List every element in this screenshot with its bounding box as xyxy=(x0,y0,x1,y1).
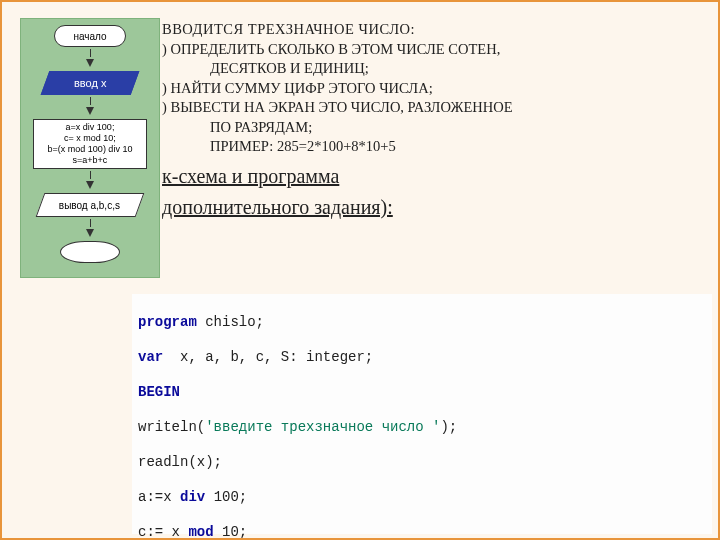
flowchart-output: вывод a,b,c,s xyxy=(36,193,145,217)
flowchart-end xyxy=(60,241,120,263)
code-text: a:=x xyxy=(138,489,180,505)
arrow-icon xyxy=(86,107,94,115)
task-line: ) ВЫВЕСТИ НА ЭКРАН ЭТО ЧИСЛО, РАЗЛОЖЕННО… xyxy=(162,98,702,118)
subtitle-1: к-схема и программа xyxy=(162,163,702,190)
flowchart-output-label: вывод a,b,c,s xyxy=(59,200,120,211)
task-line: ДЕСЯТКОВ И ЕДИНИЦ; xyxy=(162,59,702,79)
flowchart-panel: начало ввод x a=x div 100; c= x mod 10; … xyxy=(20,18,160,278)
code-text: x, a, b, c, S: integer; xyxy=(163,349,373,365)
kw-var: var xyxy=(138,349,163,365)
task-title: ВВОДИТСЯ ТРЕХЗНАЧНОЕ ЧИСЛО: xyxy=(162,20,702,40)
task-line: ПО РАЗРЯДАМ; xyxy=(162,118,702,138)
task-text: ВВОДИТСЯ ТРЕХЗНАЧНОЕ ЧИСЛО: ) ОПРЕДЕЛИТЬ… xyxy=(162,20,702,221)
code-string: 'введите трехзначное число ' xyxy=(205,419,440,435)
code-text: 10; xyxy=(214,524,248,540)
kw-begin: BEGIN xyxy=(138,384,180,400)
flowchart-connector xyxy=(90,171,91,179)
task-line: ) НАЙТИ СУММУ ЦИФР ЭТОГО ЧИСЛА; xyxy=(162,79,702,99)
flowchart-start: начало xyxy=(54,25,126,47)
code-text: c:= x xyxy=(138,524,188,540)
code-text: ); xyxy=(440,419,457,435)
code-text: 100; xyxy=(205,489,247,505)
task-example: ПРИМЕР: 285=2*100+8*10+5 xyxy=(162,137,702,157)
flowchart-connector xyxy=(90,49,91,57)
code-text: chislo; xyxy=(197,314,264,330)
flowchart-input-label: ввод x xyxy=(74,77,106,89)
flowchart-process: a=x div 100; c= x mod 10; b=(x mod 100) … xyxy=(33,119,147,169)
kw-div: div xyxy=(180,489,205,505)
kw-mod: mod xyxy=(188,524,213,540)
kw-program: program xyxy=(138,314,197,330)
flowchart-connector xyxy=(90,97,91,105)
code-text: readln(x); xyxy=(138,454,222,470)
code-block: program chislo; var x, a, b, c, S: integ… xyxy=(132,294,712,534)
arrow-icon xyxy=(86,229,94,237)
code-text: writeln( xyxy=(138,419,205,435)
flowchart-connector xyxy=(90,219,91,227)
subtitle-2: дополнительного задания): xyxy=(162,194,702,221)
arrow-icon xyxy=(86,59,94,67)
arrow-icon xyxy=(86,181,94,189)
task-line: ) ОПРЕДЕЛИТЬ СКОЛЬКО В ЭТОМ ЧИСЛЕ СОТЕН, xyxy=(162,40,702,60)
flowchart-input: ввод x xyxy=(41,71,140,95)
